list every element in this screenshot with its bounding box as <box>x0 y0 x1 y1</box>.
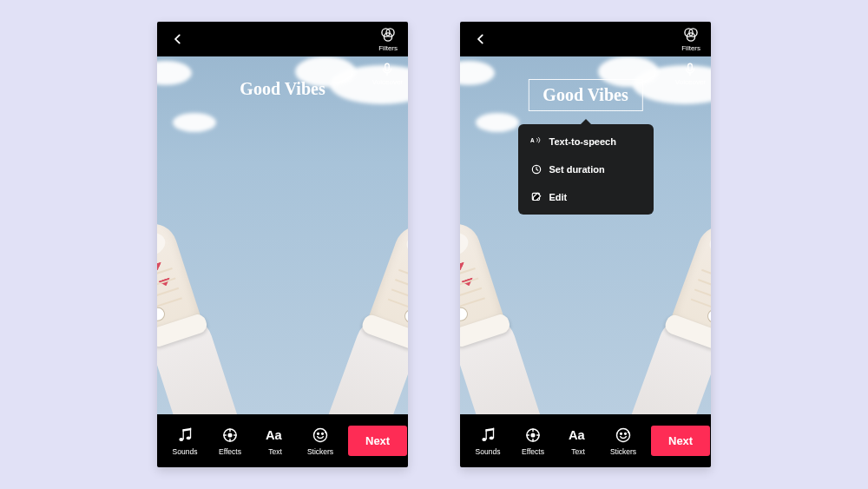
bottom-toolbar: Sounds Effects Aa Text Stickers Next <box>460 414 711 467</box>
svg-text:Aa: Aa <box>266 429 283 443</box>
text-label: Text <box>268 447 282 456</box>
menu-text-to-speech[interactable]: A Text-to-speech <box>518 128 654 155</box>
effects-button[interactable]: Effects <box>512 426 554 456</box>
menu-set-duration[interactable]: Set duration <box>518 155 654 183</box>
svg-point-28 <box>531 433 535 437</box>
stickers-label: Stickers <box>307 447 333 456</box>
decoration <box>323 218 408 414</box>
effects-icon <box>221 426 239 445</box>
top-bar: Filters <box>460 22 711 56</box>
decoration <box>157 61 192 85</box>
next-button[interactable]: Next <box>651 426 710 456</box>
editor-screen-1: Filters Voiceover Good Vibes Sounds <box>157 22 408 467</box>
microphone-icon <box>682 62 698 77</box>
decoration <box>173 113 216 132</box>
video-canvas[interactable]: Voiceover Good Vibes A Text-to-speech Se… <box>460 56 711 414</box>
music-note-icon <box>176 426 194 445</box>
bottom-toolbar: Sounds Effects Aa Text Stickers Next <box>157 414 408 467</box>
decoration <box>476 113 519 132</box>
sounds-button[interactable]: Sounds <box>467 426 509 456</box>
svg-point-32 <box>625 433 627 435</box>
filters-icon <box>379 26 397 43</box>
clock-icon <box>530 163 542 175</box>
svg-point-10 <box>228 433 232 437</box>
effects-icon <box>524 426 542 445</box>
text-icon: Aa <box>569 426 588 445</box>
stickers-label: Stickers <box>610 447 636 456</box>
stickers-button[interactable]: Stickers <box>602 426 644 456</box>
voiceover-label: Voiceover <box>675 78 706 86</box>
svg-text:A: A <box>530 137 535 143</box>
sounds-label: Sounds <box>476 447 501 456</box>
svg-rect-18 <box>688 63 693 70</box>
stickers-icon <box>312 426 329 445</box>
stickers-button[interactable]: Stickers <box>299 426 341 456</box>
music-note-icon <box>479 426 496 445</box>
menu-label: Set duration <box>549 164 605 175</box>
voiceover-button[interactable]: Voiceover <box>372 62 403 86</box>
filters-button[interactable]: Filters <box>378 26 398 52</box>
next-button[interactable]: Next <box>348 426 407 456</box>
text-overlay[interactable]: Good Vibes <box>240 79 325 99</box>
back-button[interactable] <box>470 29 491 50</box>
stickers-icon <box>615 426 632 445</box>
decoration <box>460 216 545 414</box>
effects-button[interactable]: Effects <box>209 426 251 456</box>
svg-point-30 <box>617 429 630 442</box>
sounds-button[interactable]: Sounds <box>164 426 206 456</box>
svg-rect-3 <box>385 63 390 70</box>
menu-edit[interactable]: Edit <box>518 183 654 211</box>
text-context-menu: A Text-to-speech Set duration Edit <box>518 124 654 215</box>
menu-label: Text-to-speech <box>549 136 616 147</box>
decoration <box>157 216 242 414</box>
voiceover-button[interactable]: Voiceover <box>675 62 706 86</box>
svg-point-31 <box>621 433 622 435</box>
top-bar: Filters <box>157 22 408 56</box>
filters-icon <box>682 26 700 43</box>
decoration <box>460 61 495 85</box>
sounds-label: Sounds <box>173 447 198 456</box>
microphone-icon <box>379 62 395 77</box>
text-icon: Aa <box>266 426 285 445</box>
text-label: Text <box>571 447 585 456</box>
editor-screen-2: Filters Voiceover Good Vibes A Text-to-s… <box>460 22 711 467</box>
svg-point-13 <box>318 433 319 435</box>
text-button[interactable]: Aa Text <box>254 426 296 456</box>
filters-button[interactable]: Filters <box>681 26 700 52</box>
filters-label: Filters <box>378 44 398 52</box>
filters-label: Filters <box>681 44 700 52</box>
effects-label: Effects <box>219 447 241 456</box>
text-to-speech-icon: A <box>530 135 542 148</box>
svg-text:Aa: Aa <box>569 429 586 443</box>
voiceover-label: Voiceover <box>372 78 403 86</box>
video-canvas[interactable]: Voiceover Good Vibes <box>157 56 408 414</box>
text-overlay-selected[interactable]: Good Vibes <box>528 79 642 111</box>
effects-label: Effects <box>522 447 544 456</box>
edit-icon <box>530 191 542 203</box>
decoration <box>626 218 711 414</box>
svg-point-12 <box>314 429 327 442</box>
menu-label: Edit <box>549 192 568 202</box>
text-button[interactable]: Aa Text <box>557 426 599 456</box>
back-button[interactable] <box>168 29 188 50</box>
svg-point-14 <box>322 433 324 435</box>
